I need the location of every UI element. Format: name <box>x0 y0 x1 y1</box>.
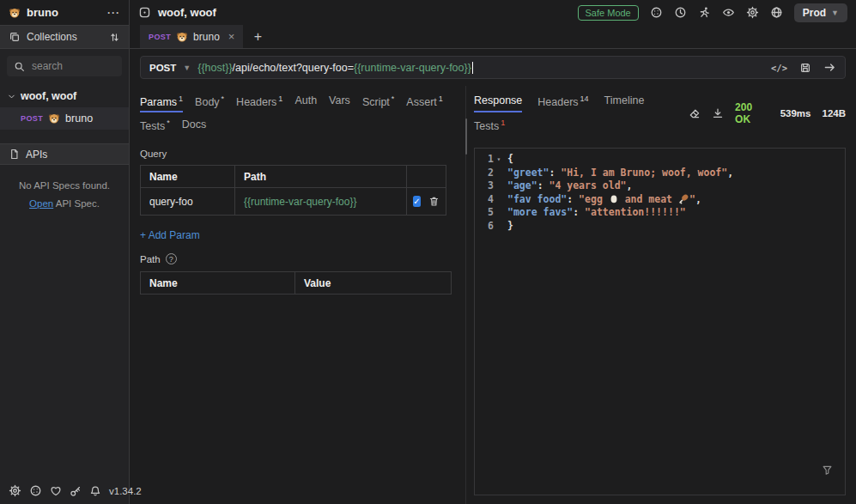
text-cursor <box>472 62 473 74</box>
method-selector[interactable]: POST <box>149 63 176 73</box>
app-title: bruno <box>27 6 58 19</box>
send-request-icon[interactable] <box>823 61 836 74</box>
url-bar: POST ▼ {{host}}/api/echo/text?query-foo=… <box>140 56 846 79</box>
apis-section-header[interactable]: APIs <box>0 143 129 165</box>
path-col-name: Name <box>141 272 295 295</box>
cookie-icon[interactable] <box>650 6 663 19</box>
response-size: 124B <box>823 108 847 118</box>
tab-label: Docs <box>182 118 206 131</box>
response-tab-headers[interactable]: Headers14 <box>537 94 588 112</box>
tab-label: Headers <box>537 96 578 108</box>
param-enabled-checkbox[interactable]: ✓ <box>413 196 420 207</box>
sidebar-footer: v1.34.2 <box>0 477 129 504</box>
main-area: woof, woof Safe Mode Prod ▼ POST bruno ×… <box>130 0 856 504</box>
help-icon[interactable]: ? <box>166 253 177 264</box>
collections-label: Collections <box>27 31 77 43</box>
url-input[interactable]: {{host}}/api/echo/text?query-foo={{runti… <box>197 62 473 74</box>
gear-icon[interactable] <box>746 6 759 19</box>
tab-label: Tests <box>140 120 165 132</box>
eye-icon[interactable] <box>722 6 735 19</box>
filter-response-icon[interactable] <box>822 465 833 476</box>
tab-count-badge: * <box>167 118 170 127</box>
download-response-icon[interactable] <box>712 107 724 119</box>
line-number: 2 <box>475 167 494 180</box>
environment-label: Prod <box>803 7 826 19</box>
response-tab-response[interactable]: Response <box>474 94 522 112</box>
request-tab-tests[interactable]: Tests* <box>140 118 170 137</box>
request-method-badge: POST <box>21 114 43 123</box>
sidebar-collection-woof-woof[interactable]: woof, woof <box>0 85 129 107</box>
bruno-logo-icon <box>9 7 21 19</box>
runner-icon[interactable] <box>698 6 711 19</box>
tab-count-badge: 1 <box>278 94 282 103</box>
request-tab-script[interactable]: Script* <box>362 94 394 112</box>
gear-icon[interactable] <box>9 484 21 497</box>
clock-icon[interactable] <box>674 6 687 19</box>
trash-icon[interactable] <box>428 196 440 207</box>
request-tab-assert[interactable]: Assert1 <box>406 94 442 112</box>
query-col-path: Path <box>235 166 407 188</box>
fold-arrow-icon[interactable]: ▾ <box>494 153 504 167</box>
add-param-button[interactable]: + Add Param <box>140 229 200 241</box>
request-tab-docs[interactable]: Docs <box>182 118 206 137</box>
response-meta: 200 OK 539ms 124B <box>689 101 846 130</box>
response-tab-timeline[interactable]: Timeline <box>604 94 645 112</box>
save-icon[interactable] <box>799 62 811 74</box>
response-tabs: ResponseHeaders14TimelineTests1 <box>474 94 689 137</box>
bell-icon[interactable] <box>89 484 101 497</box>
param-name-cell[interactable]: query-foo <box>141 188 235 216</box>
heart-icon[interactable] <box>50 484 62 497</box>
method-caret-icon[interactable]: ▼ <box>183 64 191 72</box>
tab-count-badge: 1 <box>501 118 505 127</box>
clear-response-icon[interactable] <box>689 107 701 119</box>
apis-empty-text: No API Specs found. <box>0 177 129 195</box>
code-line: 4"fav food": "egg and meat ", <box>475 193 845 207</box>
toolbar-icon-group <box>650 6 783 19</box>
param-value-cell[interactable]: {{runtime-var-query-foo}} <box>235 188 407 216</box>
globe-icon[interactable] <box>770 6 783 19</box>
close-tab-icon[interactable]: × <box>228 30 235 43</box>
code-line: 1▾{ <box>475 153 845 167</box>
request-tab-body[interactable]: Body* <box>195 94 224 112</box>
tab-label: Params <box>140 96 177 108</box>
emoji-meat-icon <box>678 193 689 205</box>
query-col-actions <box>407 166 446 188</box>
request-tab-params[interactable]: Params1 <box>140 94 183 112</box>
tab-label: Assert <box>406 96 436 108</box>
line-number: 6 <box>475 220 494 234</box>
tab-count-badge: * <box>222 94 225 103</box>
sidebar: bruno ··· Collections woof, woof POST br… <box>0 0 130 504</box>
collections-header[interactable]: Collections <box>0 25 129 49</box>
environment-selector[interactable]: Prod ▼ <box>794 3 847 22</box>
line-number: 4 <box>475 193 494 207</box>
code-line: 3"age": "4 years old", <box>475 179 845 193</box>
status-badge: 200 OK <box>735 101 769 125</box>
sidebar-menu-button[interactable]: ··· <box>107 7 120 19</box>
sort-icon[interactable] <box>109 32 120 43</box>
api-spec-icon <box>9 149 20 160</box>
generate-code-icon[interactable]: </> <box>771 63 787 73</box>
request-tab-bruno[interactable]: POST bruno × <box>140 25 243 48</box>
key-icon[interactable] <box>70 484 82 497</box>
apis-open-suffix: API Spec. <box>53 198 100 209</box>
cookie-icon[interactable] <box>29 484 42 497</box>
tab-label: Response <box>474 94 522 106</box>
fold-spacer <box>494 179 504 193</box>
response-time: 539ms <box>780 108 811 118</box>
pane-resize-handle[interactable] <box>464 86 468 504</box>
open-api-spec-link[interactable]: Open <box>29 198 53 209</box>
response-body-editor[interactable]: 1▾{2"greet": "Hi, I am Bruno; woof, woof… <box>474 148 846 495</box>
search-input[interactable] <box>30 59 115 73</box>
path-label-text: Path <box>140 254 161 264</box>
new-tab-button[interactable]: + <box>243 25 272 48</box>
tab-count-badge: 1 <box>439 94 443 103</box>
tab-label: Timeline <box>604 94 645 106</box>
sidebar-request-bruno[interactable]: POST bruno <box>0 107 129 130</box>
request-tab-headers[interactable]: Headers1 <box>236 94 282 112</box>
request-tab-vars[interactable]: Vars <box>329 94 350 112</box>
tab-label: Vars <box>329 94 350 106</box>
path-col-value: Value <box>295 272 452 295</box>
request-tab-auth[interactable]: Auth <box>294 94 317 112</box>
response-tab-tests[interactable]: Tests1 <box>474 118 505 137</box>
tab-name: bruno <box>193 31 220 43</box>
